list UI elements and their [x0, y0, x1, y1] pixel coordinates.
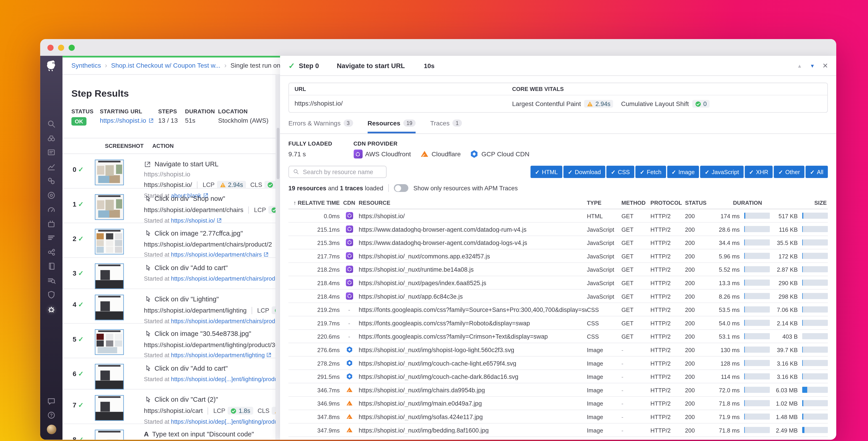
method-header[interactable]: METHOD	[622, 200, 651, 206]
dashboards-icon[interactable]	[47, 148, 56, 157]
close-panel-icon[interactable]: ×	[823, 61, 828, 70]
resource-row[interactable]: 220.6ms - https://fonts.googleapis.com/c…	[288, 330, 828, 343]
notebooks-icon[interactable]	[47, 262, 56, 270]
step-screenshot-thumbnail[interactable]	[95, 229, 124, 254]
starting-url-link[interactable]: https://shopist.io	[100, 117, 146, 124]
started-at-link[interactable]: https://shopist.io/department/chairs	[171, 251, 262, 258]
resource-row[interactable]: 215.3ms https://www.datadoghq-browser-ag…	[288, 236, 828, 249]
integrations-icon[interactable]	[47, 219, 56, 228]
apm-icon[interactable]	[47, 205, 56, 214]
left-scrollbar[interactable]	[276, 74, 280, 440]
resource-row[interactable]: 218.4ms https://shopist.io/_nuxt/pages/i…	[288, 276, 828, 290]
step-row[interactable]: 1✓ Click on div "Shop now" https://shopi…	[63, 188, 280, 223]
breadcrumb-link[interactable]: Synthetics	[71, 62, 101, 68]
synthetics-icon[interactable]	[47, 304, 56, 313]
search-input[interactable]	[302, 168, 383, 176]
expand-down-button[interactable]: ▼	[810, 63, 815, 68]
type-header[interactable]: TYPE	[587, 200, 621, 206]
step-started-at: Started at https://shopist.io/	[144, 217, 280, 224]
breadcrumb-link[interactable]: Shop.ist Checkout w/ Coupon Test w...	[111, 62, 220, 68]
step-url: https://shopist.io/department/lighting	[144, 307, 247, 314]
security-icon[interactable]	[47, 290, 56, 299]
resource-row[interactable]: 219.2ms - https://fonts.googleapis.com/c…	[288, 303, 828, 317]
left-scrollbar-thumb[interactable]	[277, 128, 279, 179]
started-at-link[interactable]: https://shopist.io/	[171, 217, 215, 224]
resource-row[interactable]: 347.9ms https://shopist.io/_nuxt/img/bed…	[288, 423, 828, 437]
step-screenshot-thumbnail[interactable]	[95, 329, 124, 355]
step-row[interactable]: 2✓ Click on image "2.77cffca.jpg" https:…	[63, 223, 280, 258]
step-screenshot-thumbnail[interactable]	[95, 395, 124, 421]
step-screenshot-thumbnail[interactable]	[95, 263, 124, 289]
duration-header[interactable]: DURATION	[712, 200, 770, 206]
started-at-link[interactable]: https://shopist.io/department/chairs/pro…	[171, 318, 280, 324]
infrastructure-icon[interactable]	[47, 176, 56, 185]
step-screenshot-thumbnail[interactable]	[95, 295, 124, 320]
search-icon[interactable]	[47, 119, 56, 128]
filter-download[interactable]: ✓Download	[563, 166, 605, 178]
filter-fetch[interactable]: ✓Fetch	[636, 166, 666, 178]
service-map-icon[interactable]	[47, 247, 56, 256]
log-explorer-icon[interactable]	[47, 276, 56, 285]
protocol-header[interactable]: PROTOCOL	[651, 200, 685, 206]
filter-html[interactable]: ✓HTML	[531, 166, 562, 178]
filter-css[interactable]: ✓CSS	[607, 166, 634, 178]
zoom-window-button[interactable]	[68, 44, 75, 51]
resource-row[interactable]: 346.9ms https://shopist.io/_nuxt/img/mai…	[288, 397, 828, 410]
minimize-window-button[interactable]	[58, 44, 64, 51]
resource-row[interactable]: 218.4ms https://shopist.io/_nuxt/app.6c8…	[288, 290, 828, 303]
resource-row[interactable]: 0.0ms https://shopist.io/ HTML GET HTTP/…	[288, 209, 828, 223]
profiling-icon[interactable]	[47, 233, 56, 242]
step-screenshot-thumbnail[interactable]	[95, 430, 124, 440]
status-header[interactable]: STATUS	[685, 200, 712, 206]
started-at-link[interactable]: https://shopist.io/dep[...]ent/lighting/…	[171, 376, 280, 382]
step-row[interactable]: 7✓ Click on div "Cart (2)" https://shopi…	[63, 390, 280, 424]
cdn-header[interactable]: CDN	[340, 200, 359, 206]
resource-row[interactable]: 347.8ms https://shopist.io/_nuxt/img/sof…	[288, 410, 828, 423]
apm-traces-toggle[interactable]	[394, 184, 408, 192]
filter-all[interactable]: ✓All	[805, 166, 828, 178]
collapse-up-button[interactable]: ▲	[797, 63, 802, 68]
resource-row[interactable]: 278.2ms https://shopist.io/_nuxt/img/cou…	[288, 357, 828, 370]
help-icon[interactable]: ?	[47, 411, 56, 419]
filter-javascript[interactable]: ✓JavaScript	[700, 166, 744, 178]
step-row[interactable]: 5✓ Click on image "30.54e8738.jpg" https…	[63, 324, 280, 358]
started-at-link[interactable]: https://shopist.io/department/lighting	[171, 352, 265, 358]
started-at-link[interactable]: https://shopist.io/department/chairs/pro…	[171, 275, 280, 282]
resource-row[interactable]: 276.6ms https://shopist.io/_nuxt/img/sho…	[288, 343, 828, 357]
monitors-icon[interactable]	[47, 190, 56, 200]
step-row[interactable]: 8✓ AType text on input "Discount code"	[63, 424, 280, 440]
resource-row[interactable]: 218.2ms https://shopist.io/_nuxt/runtime…	[288, 263, 828, 276]
resource-row[interactable]: 349.2ms https://shopist.io/_nuxt/img/lig…	[288, 437, 828, 440]
step-row[interactable]: 4✓ Click on div "Lighting" https://shopi…	[63, 289, 280, 324]
metrics-icon[interactable]	[47, 162, 56, 171]
resource-row[interactable]: 291.5ms https://shopist.io/_nuxt/img/cou…	[288, 370, 828, 383]
user-avatar[interactable]	[46, 425, 56, 434]
relative-time-header[interactable]: ↑ RELATIVE TIME	[288, 200, 340, 206]
close-window-button[interactable]	[48, 44, 54, 51]
step-row[interactable]: 0✓ Navigate to start URL https://shopist…	[63, 154, 280, 188]
resource-row[interactable]: 219.7ms - https://fonts.googleapis.com/c…	[288, 317, 828, 330]
step-screenshot-thumbnail[interactable]	[95, 159, 124, 185]
size-header[interactable]: SIZE	[770, 200, 828, 206]
step-check-icon: ✓	[78, 401, 84, 409]
filter-image[interactable]: ✓Image	[667, 166, 699, 178]
resource-search[interactable]	[288, 166, 387, 178]
resource-row[interactable]: 346.7ms https://shopist.io/_nuxt/img/cha…	[288, 383, 828, 397]
filter-other[interactable]: ✓Other	[774, 166, 804, 178]
resource-row[interactable]: 215.1ms https://www.datadoghq-browser-ag…	[288, 223, 828, 236]
step-screenshot-thumbnail[interactable]	[95, 364, 124, 389]
step-row[interactable]: 3✓ Click on div "Add to cart" Started at…	[63, 258, 280, 289]
filter-xhr[interactable]: ✓XHR	[745, 166, 773, 178]
resource-header[interactable]: RESOURCE	[359, 200, 587, 206]
tab-traces[interactable]: Traces1	[430, 119, 462, 134]
datadog-logo-icon[interactable]	[44, 59, 58, 73]
step-screenshot-thumbnail[interactable]	[95, 194, 124, 220]
step-row[interactable]: 6✓ Click on div "Add to cart" Started at…	[63, 358, 280, 390]
search-icon	[293, 167, 299, 177]
chat-icon[interactable]	[47, 397, 56, 406]
started-at-link[interactable]: https://shopist.io/dep[...]ent/lighting/…	[171, 418, 280, 424]
resource-row[interactable]: 217.7ms https://shopist.io/_nuxt/commons…	[288, 249, 828, 263]
watchdog-icon[interactable]	[47, 134, 56, 143]
tab-errors-warnings[interactable]: Errors & Warnings3	[288, 119, 353, 134]
tab-resources[interactable]: Resources19	[368, 119, 416, 134]
